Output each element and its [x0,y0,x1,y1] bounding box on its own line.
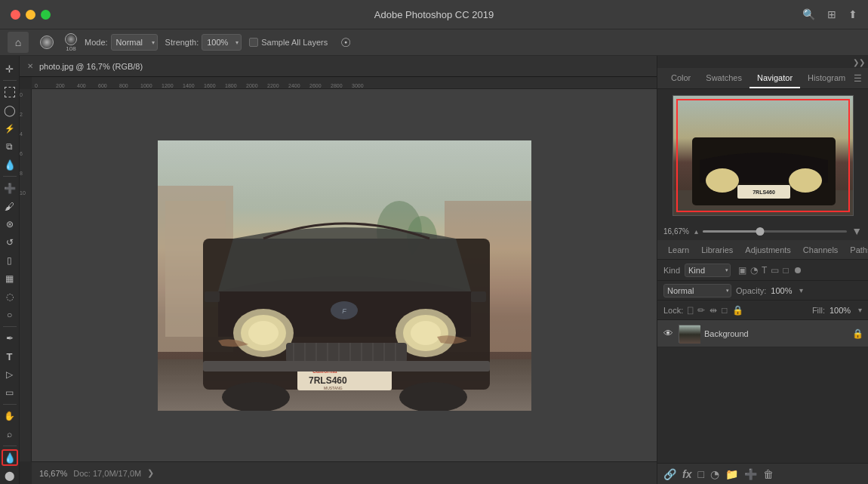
sample-all-layers-checkbox[interactable] [249,38,258,47]
color-replacement-tool[interactable]: 💧 [2,449,18,466]
blur-tool[interactable]: ◌ [2,288,18,305]
filter-smart-icon[interactable]: □ [783,265,788,276]
tab-learn[interactable]: Learn [662,240,695,259]
brush-size-btn[interactable]: 108 [65,33,77,52]
blend-mode-select[interactable]: Normal Multiply Screen Overlay [663,284,731,297]
history-brush-tool[interactable]: ↺ [2,234,18,251]
tab-color[interactable]: Color [663,68,698,88]
top-panel-menu-icon[interactable]: ☰ [854,73,862,84]
brush-tool[interactable]: 🖌 [2,198,18,214]
home-button[interactable]: ⌂ [8,32,29,53]
lock-artboard-icon[interactable]: □ [722,305,727,316]
lock-position-icon[interactable]: ⇹ [709,305,717,316]
layer-new-icon[interactable]: ➕ [744,468,757,480]
filter-pixel-icon[interactable]: ▣ [738,265,746,276]
ruler-mark-2800: 2800 [331,83,352,88]
lock-all-icon[interactable]: 🔒 [732,305,743,316]
ruler-v-200: 2 [20,112,31,131]
layer-fx-icon[interactable]: fx [682,468,691,480]
strength-group: Strength: 100% 75% 50% 25% ▾ [165,34,242,51]
collapse-arrow-top[interactable]: ❯❯ [853,58,865,66]
lock-pixels-icon[interactable]: ✏ [697,305,705,316]
brush-color-indicator[interactable] [36,32,57,53]
target-button[interactable]: ☉ [335,32,356,53]
tool-divider-1 [3,80,17,81]
layer-link-icon[interactable]: 🔗 [663,468,676,480]
hand-tool[interactable]: ✋ [2,408,18,424]
layers-filter-row: Kind Kind Name Effect Mode Attribute Col… [657,260,868,281]
tab-histogram[interactable]: Histogram [800,68,853,88]
ruler-mark-1200: 1200 [162,83,183,88]
lock-row: Lock: ⎕ ✏ ⇹ □ 🔒 Fill: 100% ▾ [657,301,868,320]
blur-icon: ◌ [6,291,14,302]
path-selection-tool[interactable]: ▷ [2,366,18,383]
dodge-tool[interactable]: ○ [2,307,18,323]
share-icon[interactable]: ⬆ [848,8,857,20]
zoom-slider-track[interactable] [703,230,847,233]
navigator-viewport-box [676,99,850,212]
minimize-btn[interactable] [26,10,35,20]
maximize-btn[interactable] [41,10,51,20]
filter-adjustment-icon[interactable]: ◔ [750,265,758,276]
canvas-tab-close[interactable]: ✕ [27,62,33,70]
color-swatch-display[interactable]: ⬤ [2,467,18,484]
lasso-tool[interactable]: ◯ [2,102,18,119]
sample-all-layers-group[interactable]: Sample All Layers [249,38,328,47]
zoom-slider-handle[interactable] [756,227,765,236]
move-tool[interactable]: ✛ [2,60,18,77]
workspace-icon[interactable]: ⊞ [827,8,836,20]
zoom-tool[interactable]: ⌕ [2,426,18,442]
left-toolbar: ✛ ◯ ⚡ ⧉ 💧 ➕ 🖌 ⊛ ↺ ▯ [0,56,20,484]
zoom-out-icon[interactable]: ▴ [694,227,698,236]
dodge-icon: ○ [7,310,12,320]
traffic-lights [11,10,51,20]
canvas-viewport[interactable]: F California 7RLS460 MUSTANG [32,89,657,461]
healing-tool[interactable]: ➕ [2,180,18,196]
close-btn[interactable] [11,10,20,20]
clone-tool[interactable]: ⊛ [2,216,18,233]
tab-libraries[interactable]: Libraries [695,240,739,259]
blend-mode-wrap: Normal Multiply Screen Overlay ▾ [663,284,731,297]
tab-navigator[interactable]: Navigator [749,68,800,88]
path-selection-icon: ▷ [6,369,13,380]
layer-visibility-eye[interactable]: 👁 [662,328,674,339]
layer-group-icon[interactable]: 📁 [725,468,738,480]
marquee-tool[interactable] [2,84,18,100]
shape-tool[interactable]: ▭ [2,384,18,401]
zoom-icon: ⌕ [7,429,12,439]
filter-type-icon[interactable]: T [762,265,767,276]
history-brush-icon: ↺ [6,237,14,248]
tab-channels[interactable]: Channels [797,240,844,259]
canvas-tab: ✕ photo.jpg @ 16,7% (RGB/8) [20,56,657,77]
eraser-tool[interactable]: ▯ [2,252,18,269]
layer-mask-icon[interactable]: □ [697,468,703,480]
tab-paths[interactable]: Paths [844,240,868,259]
tab-swatches[interactable]: Swatches [698,68,749,88]
gradient-tool[interactable]: ▦ [2,270,18,287]
move-icon: ✛ [5,63,14,75]
navigator-preview: 7RLS460 [657,89,868,222]
filter-shape-icon[interactable]: ▭ [771,265,779,276]
filter-kind-select[interactable]: Kind Name Effect Mode Attribute Color [685,264,731,277]
status-arrow[interactable]: ❯ [147,468,154,478]
zoom-slider-fill [703,230,760,233]
layer-row-background[interactable]: 👁 Background 🔒 [657,320,868,347]
layer-delete-icon[interactable]: 🗑 [763,468,774,480]
layer-adjustment-icon[interactable]: ◔ [710,468,719,480]
ruler-v-1000: 10 [20,190,31,210]
fill-arrow: ▾ [858,306,862,314]
strength-select[interactable]: 100% 75% 50% 25% [202,34,242,51]
tab-adjustments[interactable]: Adjustments [739,240,797,259]
mode-select-wrap: Normal Multiply Screen Overlay ▾ [111,34,158,51]
search-icon[interactable]: 🔍 [802,8,815,20]
lock-transparency-icon[interactable]: ⎕ [688,305,693,316]
quick-select-tool[interactable]: ⚡ [2,120,18,137]
blend-opacity-row: Normal Multiply Screen Overlay ▾ Opacity… [657,281,868,301]
document-info: Doc: 17,0M/17,0M [73,469,141,478]
zoom-in-icon[interactable]: ▼ [851,225,862,237]
eyedropper-tool[interactable]: 💧 [2,156,18,173]
pen-tool[interactable]: ✒ [2,330,18,347]
mode-select[interactable]: Normal Multiply Screen Overlay [111,34,158,51]
crop-tool[interactable]: ⧉ [2,138,18,155]
type-tool[interactable]: T [2,348,18,365]
